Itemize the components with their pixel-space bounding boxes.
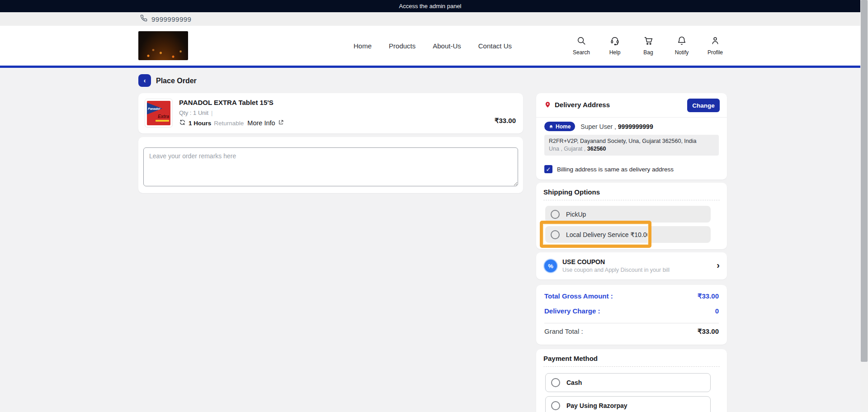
support-phone-number: 9999999999 bbox=[151, 15, 191, 23]
home-icon bbox=[549, 124, 553, 129]
payment-option-label: Cash bbox=[566, 379, 582, 386]
gross-amount-value: ₹33.00 bbox=[698, 292, 719, 300]
change-address-button[interactable]: Change bbox=[687, 99, 720, 112]
nav-home[interactable]: Home bbox=[354, 42, 372, 50]
search-label: Search bbox=[573, 49, 590, 56]
product-image-brand: Panadol bbox=[147, 107, 160, 110]
search-button[interactable]: Search bbox=[570, 36, 593, 56]
radio-icon[interactable] bbox=[551, 230, 560, 239]
discount-badge-icon: % bbox=[544, 260, 557, 272]
page-root: Access the admin panel 9999999999 Home P… bbox=[0, 0, 868, 412]
payment-option-label: Pay Using Razorpay bbox=[566, 402, 627, 409]
address-line2: Una , Gujarat , 362560 bbox=[549, 145, 714, 153]
notify-label: Notify bbox=[675, 49, 689, 56]
shipping-options-card: Shipping Options PickUp Local Delivery S… bbox=[536, 183, 727, 249]
profile-label: Profile bbox=[708, 49, 723, 56]
search-icon bbox=[576, 36, 586, 47]
header-accent-rule bbox=[0, 66, 860, 68]
order-remarks-card bbox=[138, 137, 523, 193]
delivery-address-title: Delivery Address bbox=[555, 101, 610, 109]
phone-icon bbox=[140, 14, 147, 24]
recipient-info: Super User , 9999999999 bbox=[580, 123, 653, 130]
delivery-charge-value: 0 bbox=[715, 307, 719, 315]
radio-icon[interactable] bbox=[551, 378, 560, 387]
person-icon bbox=[710, 36, 720, 47]
payment-method-card: Payment Method Cash Pay Using Razorpay bbox=[536, 349, 727, 412]
address-type-badge: Home bbox=[544, 122, 575, 131]
grand-total-value: ₹33.00 bbox=[698, 327, 719, 336]
main-nav: Home Products About-Us Contact Us bbox=[354, 42, 512, 50]
order-totals-card: Total Gross Amount : ₹33.00 Delivery Cha… bbox=[536, 285, 727, 345]
shipping-option-label: Local Delivery Service ₹10.00 bbox=[566, 231, 650, 238]
more-info-link[interactable]: More Info bbox=[247, 119, 275, 127]
site-header: Home Products About-Us Contact Us Search… bbox=[0, 26, 860, 66]
external-link-icon bbox=[278, 119, 284, 127]
location-pin-icon bbox=[544, 100, 551, 109]
dashed-divider bbox=[543, 200, 720, 200]
gross-amount-label: Total Gross Amount : bbox=[544, 292, 613, 300]
shipping-option-pickup[interactable]: PickUp bbox=[545, 206, 711, 223]
notify-button[interactable]: Notify bbox=[670, 36, 693, 56]
payment-option-razorpay[interactable]: Pay Using Razorpay bbox=[545, 396, 711, 412]
radio-icon[interactable] bbox=[551, 210, 560, 219]
payment-option-cash[interactable]: Cash bbox=[545, 373, 711, 392]
nav-contact-us[interactable]: Contact Us bbox=[478, 42, 512, 50]
admin-topbar: Access the admin panel bbox=[0, 0, 860, 12]
help-button[interactable]: Help bbox=[603, 36, 627, 56]
use-coupon-card[interactable]: % USE COUPON Use coupon and Apply Discou… bbox=[536, 252, 727, 279]
return-window: 1 Hours bbox=[189, 120, 211, 127]
shipping-option-local-delivery[interactable]: Local Delivery Service ₹10.00 bbox=[545, 226, 711, 243]
divider bbox=[544, 323, 719, 323]
order-remarks-input[interactable] bbox=[143, 147, 518, 186]
page-scrollbar[interactable] bbox=[860, 0, 868, 412]
product-quantity: Qty : 1 Unit| bbox=[179, 109, 212, 116]
bag-button[interactable]: Bag bbox=[637, 36, 660, 56]
header-icon-group: Search Help Bag Notify Profile bbox=[570, 36, 727, 56]
bag-label: Bag bbox=[643, 49, 653, 56]
payment-method-title: Payment Method bbox=[543, 355, 598, 362]
product-price: ₹33.00 bbox=[495, 117, 516, 125]
delivery-charge-label: Delivery Charge : bbox=[544, 307, 600, 315]
radio-icon[interactable] bbox=[551, 401, 560, 410]
scrollbar-thumb[interactable] bbox=[861, 0, 868, 362]
store-logo[interactable] bbox=[138, 31, 188, 60]
address-pincode: 362560 bbox=[587, 146, 606, 152]
headset-icon bbox=[610, 36, 620, 47]
qty-divider: | bbox=[211, 109, 212, 116]
shipping-option-label: PickUp bbox=[566, 211, 586, 218]
returnable-icon bbox=[179, 119, 186, 127]
use-coupon-title: USE COUPON bbox=[562, 258, 605, 265]
nav-about-us[interactable]: About-Us bbox=[433, 42, 461, 50]
chevron-right-icon[interactable]: › bbox=[717, 260, 720, 270]
product-image-variant: Extra bbox=[158, 114, 169, 119]
help-label: Help bbox=[609, 49, 621, 56]
grand-total-label: Grand Total : bbox=[544, 327, 583, 336]
product-image: Panadol Extra bbox=[145, 99, 173, 128]
cart-icon bbox=[643, 36, 653, 47]
shipping-options-title: Shipping Options bbox=[543, 188, 600, 196]
billing-same-label: Billing address is same as delivery addr… bbox=[557, 166, 674, 173]
back-button[interactable]: ‹ bbox=[138, 74, 151, 87]
bell-icon bbox=[677, 36, 687, 47]
recipient-phone: 9999999999 bbox=[618, 123, 653, 130]
use-coupon-subtitle: Use coupon and Apply Discount in your bi… bbox=[562, 267, 670, 273]
address-line1: R2FR+V2P, Dayanand Society, Una, Gujarat… bbox=[549, 137, 714, 145]
returnable-label: Returnable bbox=[214, 120, 244, 127]
order-item-card: Panadol Extra PANADOL EXTRA Tablet 15'S … bbox=[138, 93, 523, 133]
address-detail-box: R2FR+V2P, Dayanand Society, Una, Gujarat… bbox=[544, 135, 719, 156]
nav-products[interactable]: Products bbox=[389, 42, 415, 50]
dashed-divider bbox=[543, 366, 720, 367]
divider bbox=[536, 117, 727, 118]
page-title: Place Order bbox=[156, 77, 197, 85]
phone-bar: 9999999999 bbox=[0, 12, 860, 26]
chevron-left-icon: ‹ bbox=[144, 77, 146, 84]
delivery-address-card: Delivery Address Change Home Super User … bbox=[536, 93, 727, 180]
billing-same-checkbox[interactable]: ✓ bbox=[544, 165, 552, 173]
product-name: PANADOL EXTRA Tablet 15'S bbox=[179, 99, 274, 106]
profile-button[interactable]: Profile bbox=[703, 36, 727, 56]
admin-panel-link[interactable]: Access the admin panel bbox=[399, 3, 461, 9]
